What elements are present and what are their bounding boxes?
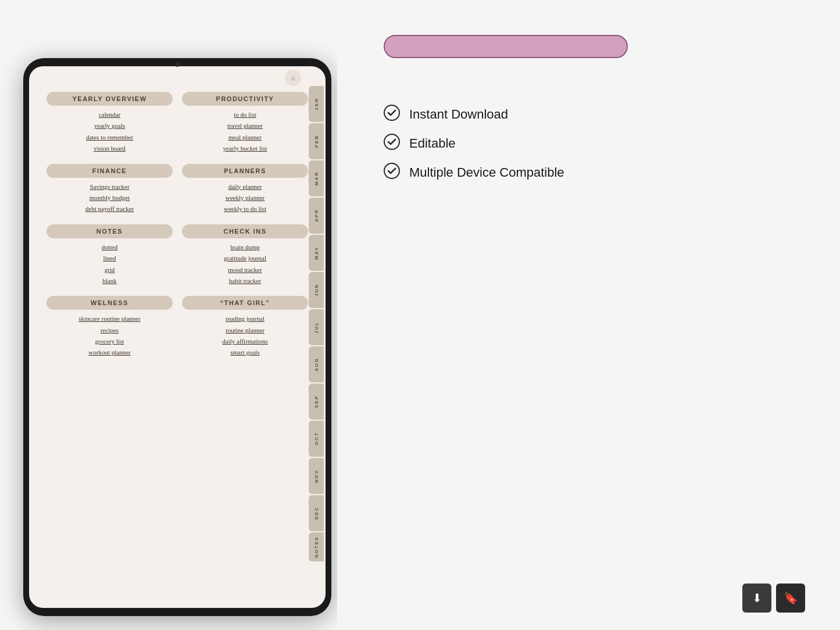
section-header-check-ins: CHECK INS: [182, 224, 308, 238]
tablet-camera: [175, 62, 180, 67]
feature-label: Editable: [409, 136, 456, 151]
link-blank[interactable]: blank: [102, 277, 116, 285]
section-links-wellness: skincare routine plannerrecipesgrocery l…: [47, 314, 173, 357]
link-grid[interactable]: grid: [105, 266, 115, 274]
link-calendar[interactable]: calendar: [99, 110, 120, 119]
side-tab-nov[interactable]: NOV: [309, 458, 324, 494]
section-links-notes: dottedlinedgridblank: [47, 243, 173, 286]
tablet-screen: ⌂ YEARLY OVERVIEWcalendaryearly goalsdat…: [29, 66, 326, 608]
link-brain-dump[interactable]: brain dump: [230, 243, 259, 252]
svg-point-1: [384, 134, 399, 149]
section-header-planners: PLANNERS: [182, 164, 308, 178]
section-links-that-girl: reading journalroutine plannerdaily affi…: [182, 314, 308, 357]
side-tabs: JANFEBMARAPRMAYJUNJULAUGSEPOCTNOVDECNOTE…: [307, 74, 326, 600]
link-mood-tracker[interactable]: mood tracker: [228, 266, 262, 274]
link-savings-tracker[interactable]: Savings tracker: [90, 182, 129, 191]
section-header-productivity: PRODUCTIVITY: [182, 92, 308, 106]
link-weekly-to-do-list[interactable]: weekly to do list: [224, 205, 266, 213]
side-tab-feb[interactable]: FEB: [309, 123, 324, 159]
side-tab-dec[interactable]: DEC: [309, 495, 324, 531]
tablet-device: ⌂ YEARLY OVERVIEWcalendaryearly goalsdat…: [23, 58, 331, 616]
right-panel: Instant DownloadEditableMultiple Device …: [337, 0, 840, 630]
section-notes: NOTESdottedlinedgridblank: [47, 224, 173, 286]
section-links-finance: Savings trackermonthly budgetdebt payoff…: [47, 182, 173, 214]
check-icon: [384, 163, 400, 182]
bookmark-button[interactable]: 🔖: [776, 584, 805, 613]
side-tab-jun[interactable]: JUN: [309, 272, 324, 308]
section-links-productivity: to do listtravel plannermeal planneryear…: [182, 110, 308, 153]
link-gratitude-journal[interactable]: gratitude journal: [224, 254, 266, 263]
home-button[interactable]: ⌂: [285, 70, 301, 86]
side-tab-apr[interactable]: APR: [309, 198, 324, 234]
side-tab-oct[interactable]: OCT: [309, 421, 324, 457]
page-content: ⌂ YEARLY OVERVIEWcalendaryearly goalsdat…: [29, 66, 326, 608]
index-grid: YEARLY OVERVIEWcalendaryearly goalsdates…: [41, 92, 314, 363]
side-tab-jan[interactable]: JAN: [309, 86, 324, 122]
index-page-badge: [384, 35, 628, 58]
link-yearly-bucket-list[interactable]: yearly bucket list: [223, 144, 267, 153]
section-header-that-girl: “THAT GIRL”: [182, 296, 308, 310]
section-header-yearly-overview: YEARLY OVERVIEW: [47, 92, 173, 106]
feature-editable: Editable: [384, 134, 793, 153]
section-that-girl: “THAT GIRL”reading journalroutine planne…: [182, 296, 308, 357]
link-yearly-goals[interactable]: yearly goals: [94, 121, 125, 130]
link-routine-planner[interactable]: routine planner: [226, 326, 264, 335]
section-finance: FINANCESavings trackermonthly budgetdebt…: [47, 164, 173, 214]
link-monthly-budget[interactable]: monthly budget: [90, 194, 130, 202]
section-wellness: WELNESSskincare routine plannerrecipesgr…: [47, 296, 173, 357]
check-icon: [384, 105, 400, 124]
download-button[interactable]: ⬇: [742, 584, 771, 613]
link-debt-payoff-tracker[interactable]: debt payoff tracker: [85, 205, 134, 213]
section-check-ins: CHECK INSbrain dumpgratitude journalmood…: [182, 224, 308, 286]
section-planners: PLANNERSdaily plannerweekly plannerweekl…: [182, 164, 308, 214]
link-daily-affirmations[interactable]: daily affirmations: [222, 337, 267, 346]
section-links-check-ins: brain dumpgratitude journalmood trackerh…: [182, 243, 308, 286]
side-tab-aug[interactable]: AUG: [309, 346, 324, 382]
link-dates-to-remember[interactable]: dates to remember: [86, 133, 133, 142]
side-tab-jul[interactable]: JUL: [309, 309, 324, 345]
link-meal-planner[interactable]: meal planner: [228, 133, 262, 142]
link-lined[interactable]: lined: [103, 254, 116, 263]
link-reading-journal[interactable]: reading journal: [226, 314, 264, 323]
side-tab-notes[interactable]: NOTES: [309, 532, 324, 561]
check-icon: [384, 134, 400, 153]
section-links-yearly-overview: calendaryearly goalsdates to remembervis…: [47, 110, 173, 153]
features-list: Instant DownloadEditableMultiple Device …: [384, 105, 793, 182]
feature-label: Multiple Device Compatible: [409, 165, 564, 180]
side-tab-may[interactable]: MAY: [309, 235, 324, 271]
link-grocery-list[interactable]: grocery list: [95, 337, 124, 346]
link-weekly-planner[interactable]: weekly planner: [226, 194, 265, 202]
section-yearly-overview: YEARLY OVERVIEWcalendaryearly goalsdates…: [47, 92, 173, 153]
feature-multiple-device-compatible: Multiple Device Compatible: [384, 163, 793, 182]
link-travel-planner[interactable]: travel planner: [227, 121, 263, 130]
side-tab-sep[interactable]: SEP: [309, 384, 324, 420]
section-links-planners: daily plannerweekly plannerweekly to do …: [182, 182, 308, 214]
link-workout-planner[interactable]: workout planner: [88, 348, 130, 357]
section-header-notes: NOTES: [47, 224, 173, 238]
feature-label: Instant Download: [409, 107, 508, 122]
svg-point-0: [384, 105, 399, 120]
feature-instant-download: Instant Download: [384, 105, 793, 124]
link-skincare-routine-planner[interactable]: skincare routine planner: [78, 314, 140, 323]
section-productivity: PRODUCTIVITYto do listtravel plannermeal…: [182, 92, 308, 153]
link-vision-board[interactable]: vision board: [94, 144, 126, 153]
section-header-wellness: WELNESS: [47, 296, 173, 310]
section-header-finance: FINANCE: [47, 164, 173, 178]
link-to-do-list[interactable]: to do list: [234, 110, 256, 119]
link-habit-tracker[interactable]: habit tracker: [229, 277, 261, 285]
link-daily-planner[interactable]: daily planner: [228, 182, 262, 191]
link-smart-goals[interactable]: smart goals: [230, 348, 259, 357]
svg-point-2: [384, 163, 399, 178]
bottom-toolbar: ⬇ 🔖: [742, 584, 805, 613]
side-tab-mar[interactable]: MAR: [309, 160, 324, 196]
link-recipes[interactable]: recipes: [101, 326, 119, 335]
link-dotted[interactable]: dotted: [102, 243, 118, 252]
tablet-container: ⌂ YEARLY OVERVIEWcalendaryearly goalsdat…: [0, 0, 337, 630]
